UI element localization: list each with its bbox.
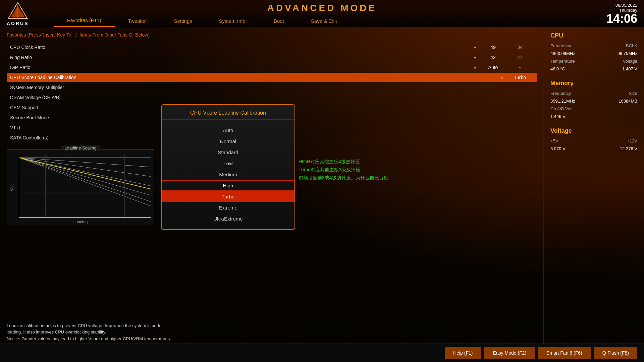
menu-item-cpu-clock[interactable]: CPU Clock Ratio ★ 49 34 <box>7 43 537 52</box>
chart-svg <box>19 155 151 217</box>
mem-frequency-label: Frequency <box>550 91 571 96</box>
dropdown-option-standard[interactable]: Standard <box>162 147 294 158</box>
right-sidebar: CPU Frequency BCLK 4890.09MHz 99.75MHz T… <box>543 27 644 346</box>
grid-h2 <box>19 180 151 180</box>
dropdown-option-auto[interactable]: Auto <box>162 125 294 136</box>
advice-note: 超频尽量选3或4级防掉压。为什么自已百度 <box>299 174 392 182</box>
cpu-frequency-label: Frequency <box>550 43 571 48</box>
menu-item-dram-voltage[interactable]: DRAM Voltage (CH A/B) <box>7 93 537 102</box>
cpu-frequency-row: Frequency BCLK <box>550 43 637 48</box>
grid-v4 <box>124 155 125 217</box>
page-title: ADVANCED MODE <box>0 3 644 13</box>
menu-item-sys-mem-mult[interactable]: System Memory Multiplier <box>7 83 537 92</box>
nav-save-exit[interactable]: Save & Exit <box>298 15 351 26</box>
mem-chvolt-label: Ch A/B Volt <box>550 106 573 111</box>
mem-frequency-row: Frequency Size <box>550 91 637 96</box>
grid-h1 <box>19 167 151 167</box>
menu-value1: 49 <box>480 45 506 50</box>
menu-value2: 47 <box>506 55 533 60</box>
info-panel-overlay: HIGH对应其他主板4级放掉压 Turbo对应其他主板3级放掉压 超频尽量选3或… <box>299 158 392 182</box>
cpu-frequency-value: 4890.09MHz <box>550 51 575 56</box>
nav-tweaker[interactable]: Tweaker <box>115 15 161 26</box>
star-icon: ★ <box>473 45 477 50</box>
voltage-section-title: Voltage <box>550 127 637 134</box>
voltage-labels-row: +5V +12V <box>550 138 637 143</box>
menu-item-igp-ratio[interactable]: IGP Ratio ★ Auto - <box>7 63 537 72</box>
datetime: 08/05/2021 Thursday 14:06 <box>606 3 637 25</box>
cpu-bclk-label: BCLK <box>626 43 637 48</box>
dropdown-option-turbo[interactable]: Turbo <box>162 191 294 202</box>
star-icon: ★ <box>500 75 504 80</box>
cpu-temp-label: Temperature <box>550 59 575 64</box>
v12-label: +12V <box>627 138 637 143</box>
grid-h4 <box>19 205 151 205</box>
voltage-section: Voltage +5V +12V 5.070 V 12.276 V <box>550 127 637 151</box>
chart-x-label: Loading <box>73 220 88 224</box>
mem-chvolt-row: Ch A/B Volt <box>550 106 637 111</box>
header: AORUS ADVANCED MODE 08/05/2021 Thursday … <box>0 0 644 27</box>
cpu-temp-row: Temperature Voltage <box>550 59 637 64</box>
cpu-section-title: CPU <box>550 32 637 39</box>
help-button[interactable]: Help (F1) <box>445 347 481 359</box>
menu-item-vcore-loadline[interactable]: CPU Vcore Loadline Calibration ★ Turbo <box>7 73 537 82</box>
time-text: 14:06 <box>606 13 637 25</box>
dropdown-option-high[interactable]: High <box>162 180 294 191</box>
menu-label: Ring Ratio <box>10 55 473 60</box>
favorites-header: Favorites (Press 'Insert' Key To +/- Ite… <box>7 32 537 38</box>
menu-value1: Auto <box>480 65 506 70</box>
menu-label: System Memory Multiplier <box>10 85 533 90</box>
dropdown-option-extreme[interactable]: Extreme <box>162 202 294 213</box>
dropdown-title: CPU Vcore Loadline Calibration <box>162 110 294 120</box>
dropdown-option-low[interactable]: Low <box>162 158 294 169</box>
menu-item-ring-ratio[interactable]: Ring Ratio ★ 42 47 <box>7 53 537 62</box>
mem-size-value: 16384MB <box>619 99 637 104</box>
cpu-voltage-value: 1.407 V <box>622 66 637 71</box>
voltage-values-row: 5.070 V 12.276 V <box>550 146 637 151</box>
dropdown-option-normal[interactable]: Normal <box>162 136 294 147</box>
star-icon: ★ <box>473 55 477 60</box>
nav-boot[interactable]: Boot <box>260 15 298 26</box>
smart-fan-button[interactable]: Smart Fan 6 (F6) <box>538 347 591 359</box>
star-icon: ★ <box>473 65 477 70</box>
grid-v1 <box>45 155 46 217</box>
grid-v2 <box>72 155 72 217</box>
main-content: Favorites (Press 'Insert' Key To +/- Ite… <box>0 27 644 346</box>
menu-label: DRAM Voltage (CH A/B) <box>10 95 533 100</box>
cpu-frequency-value-row: 4890.09MHz 99.75MHz <box>550 51 637 56</box>
chart-grid <box>19 155 151 218</box>
loadline-chart: Loadline Scaling Volt <box>7 149 154 226</box>
logo-text: AORUS <box>7 21 29 26</box>
nav-settings[interactable]: Settings <box>160 15 205 26</box>
svg-line-8 <box>19 158 151 195</box>
cpu-bclk-value: 99.75MHz <box>618 51 637 56</box>
high-note: HIGH对应其他主板4级放掉压 <box>299 158 392 166</box>
chart-y-label: Volt <box>10 184 14 191</box>
cpu-voltage-label: Voltage <box>623 59 637 64</box>
qflash-button[interactable]: Q-Flash (F8) <box>594 347 637 359</box>
dropdown-option-ultraextreme[interactable]: UltraExtreme <box>162 213 294 224</box>
cpu-temp-value-row: 46.0 °C 1.407 V <box>550 66 637 71</box>
mem-size-label: Size <box>629 91 637 96</box>
nav-system-info[interactable]: System Info. <box>206 15 260 26</box>
grid-v3 <box>98 155 98 217</box>
mem-chvolt-value-row: 1.446 V <box>550 114 637 119</box>
menu-value1: 42 <box>480 55 506 60</box>
date-text: 08/05/2021 <box>606 3 637 8</box>
easy-mode-button[interactable]: Easy Mode (F2) <box>484 347 535 359</box>
dropdown-option-medium[interactable]: Medium <box>162 169 294 180</box>
title-bar: AORUS ADVANCED MODE 08/05/2021 Thursday … <box>0 0 644 15</box>
mem-frequency-value: 3591.21MHz <box>550 99 575 104</box>
v5-label: +5V <box>550 138 558 143</box>
bottom-bar: Help (F1) Easy Mode (F2) Smart Fan 6 (F6… <box>0 344 644 362</box>
v5-value: 5.070 V <box>550 146 566 151</box>
menu-label: CPU Vcore Loadline Calibration <box>10 75 500 80</box>
turbo-note: Turbo对应其他主板3级放掉压 <box>299 166 392 174</box>
menu-value2: 34 <box>506 45 533 50</box>
memory-section-title: Memory <box>550 80 637 87</box>
cpu-temp-value: 46.0 °C <box>550 66 565 71</box>
menu-label: IGP Ratio <box>10 65 473 70</box>
nav-favorites[interactable]: Favorites (F11) <box>54 15 115 27</box>
mem-chvolt-value: 1.446 V <box>550 114 566 119</box>
menu-label: CPU Clock Ratio <box>10 45 473 50</box>
nav-bar: Favorites (F11) Tweaker Settings System … <box>0 15 644 27</box>
